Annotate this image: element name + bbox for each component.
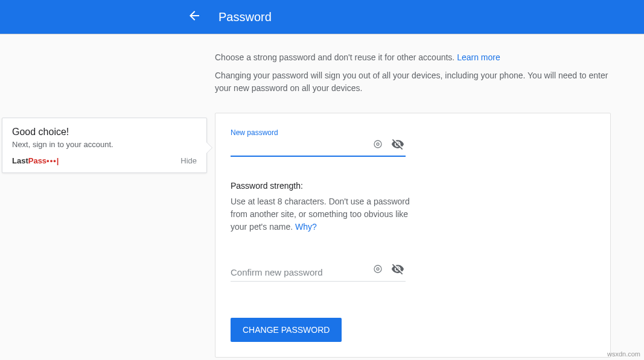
hide-link[interactable]: Hide: [180, 156, 197, 165]
svg-point-2: [374, 265, 381, 273]
password-suggestion-icon[interactable]: [373, 264, 383, 276]
show-password-icon[interactable]: [391, 137, 404, 153]
watermark: wsxdn.com: [607, 350, 640, 358]
tooltip-title: Good choice!: [12, 127, 197, 137]
intro-text-2: Changing your password will sign you out…: [215, 69, 610, 95]
confirm-password-group: [231, 264, 595, 282]
intro-text-1: Choose a strong password and don't reuse…: [215, 52, 610, 62]
back-arrow-icon[interactable]: [187, 8, 202, 25]
password-strength-text: Use at least 8 characters. Don't use a p…: [231, 195, 412, 233]
password-card: New password Password strength: Use at l…: [215, 113, 611, 358]
lastpass-tooltip: Good choice! Next, sign in to your accou…: [2, 118, 207, 173]
lastpass-logo: LastPass•••|: [12, 156, 59, 165]
tooltip-subtitle: Next, sign in to your account.: [12, 140, 197, 149]
svg-point-1: [377, 143, 379, 145]
new-password-group: New password: [231, 128, 595, 157]
learn-more-link[interactable]: Learn more: [457, 52, 500, 62]
header: Password: [0, 0, 644, 34]
change-password-button[interactable]: CHANGE PASSWORD: [231, 318, 342, 342]
password-strength-title: Password strength:: [231, 181, 595, 191]
content: Choose a strong password and don't reuse…: [0, 34, 610, 358]
new-password-label: New password: [231, 128, 595, 137]
password-suggestion-icon[interactable]: [373, 139, 383, 151]
why-link[interactable]: Why?: [295, 222, 317, 232]
svg-point-0: [374, 141, 381, 148]
svg-point-3: [377, 268, 379, 270]
page-title: Password: [218, 10, 272, 24]
show-password-icon[interactable]: [391, 262, 404, 278]
